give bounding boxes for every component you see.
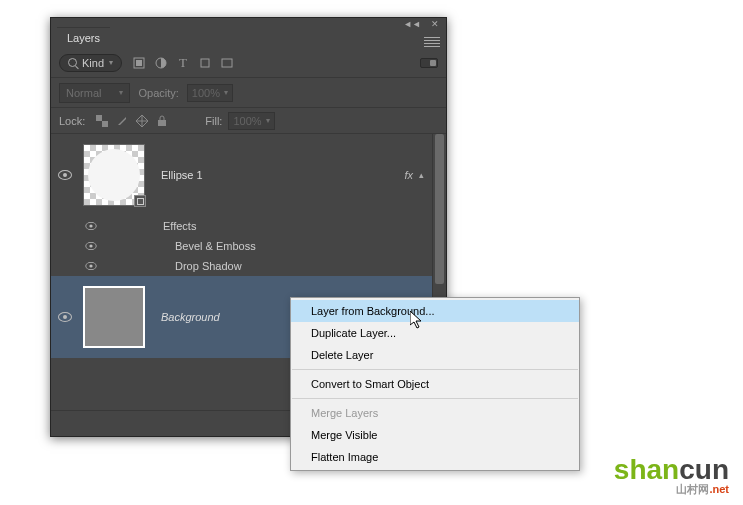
menu-separator (292, 398, 578, 399)
search-icon (68, 58, 77, 67)
lock-transparent-icon[interactable] (95, 114, 109, 128)
layer-ellipse[interactable]: Ellipse 1 fx ▴ (51, 134, 432, 216)
opacity-value: 100% (192, 87, 220, 99)
filter-kind-select[interactable]: Kind ▾ (59, 54, 122, 72)
chevron-up-icon[interactable]: ▴ (419, 170, 424, 180)
effect-shadow-row[interactable]: Drop Shadow (51, 256, 432, 276)
svg-rect-5 (96, 115, 102, 121)
visibility-icon[interactable] (58, 170, 72, 180)
layer-thumbnail[interactable] (83, 286, 145, 348)
effect-shadow-label: Drop Shadow (175, 260, 242, 272)
context-menu: Layer from Background... Duplicate Layer… (290, 297, 580, 471)
chevron-down-icon: ▾ (109, 58, 113, 67)
filter-shape-icon[interactable] (198, 56, 212, 70)
chevron-down-icon: ▾ (224, 88, 228, 97)
watermark-text: cun (679, 454, 729, 485)
menu-convert-smart-object[interactable]: Convert to Smart Object (291, 373, 579, 395)
filter-kind-label: Kind (82, 57, 104, 69)
menu-delete-layer[interactable]: Delete Layer (291, 344, 579, 366)
menu-flatten-image[interactable]: Flatten Image (291, 446, 579, 468)
fill-value: 100% (233, 115, 261, 127)
filter-smart-icon[interactable] (220, 56, 234, 70)
lock-all-icon[interactable] (155, 114, 169, 128)
filter-pixel-icon[interactable] (132, 56, 146, 70)
effects-label: Effects (163, 220, 196, 232)
chevron-down-icon: ▾ (119, 88, 123, 97)
layers-tab[interactable]: Layers (57, 27, 110, 48)
menu-merge-visible[interactable]: Merge Visible (291, 424, 579, 446)
visibility-icon[interactable] (58, 312, 72, 322)
fx-indicator[interactable]: fx (404, 169, 413, 181)
effects-row[interactable]: Effects (51, 216, 432, 236)
panel-tab-bar: Layers (51, 26, 446, 48)
watermark-net: .net (709, 483, 729, 495)
svg-rect-1 (136, 60, 142, 66)
collapse-icon[interactable]: ◄◄ (400, 18, 424, 30)
filter-toggle[interactable] (420, 58, 438, 68)
chevron-down-icon: ▾ (266, 116, 270, 125)
fill-label: Fill: (205, 115, 222, 127)
scrollbar-thumb[interactable] (435, 134, 444, 284)
lock-label: Lock: (59, 115, 85, 127)
opacity-label: Opacity: (138, 87, 178, 99)
layer-name[interactable]: Ellipse 1 (161, 169, 404, 181)
watermark-text: shan (614, 454, 679, 485)
menu-duplicate-layer[interactable]: Duplicate Layer... (291, 322, 579, 344)
blend-mode-value: Normal (66, 87, 101, 99)
menu-layer-from-background[interactable]: Layer from Background... (291, 300, 579, 322)
panel-header-bar: ◄◄ ✕ (51, 18, 446, 26)
fill-input[interactable]: 100% ▾ (228, 112, 274, 130)
layer-thumbnail[interactable] (83, 144, 145, 206)
watermark: shancun 山村网.net (614, 454, 729, 497)
svg-rect-6 (102, 121, 108, 127)
opacity-input[interactable]: 100% ▾ (187, 84, 233, 102)
lock-row: Lock: Fill: 100% ▾ (51, 108, 446, 134)
filter-adjustment-icon[interactable] (154, 56, 168, 70)
lock-pixels-icon[interactable] (115, 114, 129, 128)
visibility-icon[interactable] (85, 242, 96, 250)
lock-position-icon[interactable] (135, 114, 149, 128)
menu-merge-layers: Merge Layers (291, 402, 579, 424)
filter-type-icon[interactable]: T (176, 56, 190, 70)
svg-rect-7 (158, 120, 166, 126)
effect-bevel-row[interactable]: Bevel & Emboss (51, 236, 432, 256)
shape-badge-icon (134, 195, 146, 207)
blend-row: Normal ▾ Opacity: 100% ▾ (51, 78, 446, 108)
close-icon[interactable]: ✕ (428, 18, 442, 30)
visibility-icon[interactable] (85, 222, 96, 230)
menu-separator (292, 369, 578, 370)
svg-rect-4 (222, 59, 232, 67)
effect-bevel-label: Bevel & Emboss (175, 240, 256, 252)
svg-rect-3 (201, 59, 209, 67)
blend-mode-select[interactable]: Normal ▾ (59, 83, 130, 103)
watermark-sub: 山村网 (676, 483, 709, 495)
visibility-icon[interactable] (85, 262, 96, 270)
filter-row: Kind ▾ T (51, 48, 446, 78)
panel-menu-icon[interactable] (424, 36, 440, 48)
